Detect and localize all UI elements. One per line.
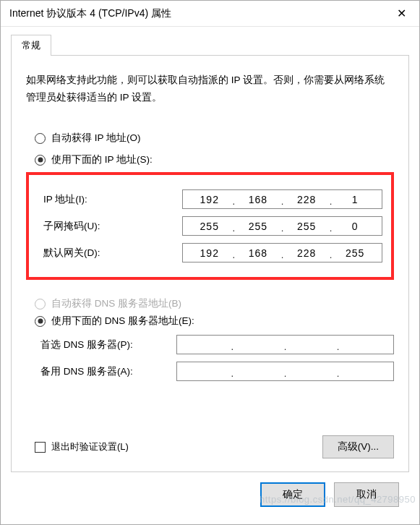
radio-auto-dns-label: 自动获得 DNS 服务器地址(B) [51,297,181,310]
field-row-subnet: 子网掩码(U): 255. 255. 255. 0 [38,216,382,236]
radio-auto-ip[interactable] [35,133,46,144]
radio-auto-dns-row: 自动获得 DNS 服务器地址(B) [35,297,394,310]
ip-octet[interactable]: 0 [333,221,377,232]
ip-highlight-box: IP 地址(I): 192. 168. 228. 1 子网掩码(U): 255.… [26,172,394,280]
dot-icon: . [329,223,333,234]
dot-icon: . [329,196,333,207]
close-button[interactable]: ✕ [385,1,418,27]
dot-icon: . [280,196,285,207]
cancel-button[interactable]: 取消 [334,482,399,507]
field-row-ip: IP 地址(I): 192. 168. 228. 1 [38,189,382,209]
radio-manual-ip[interactable] [35,155,46,166]
subnet-label: 子网掩码(U): [38,220,176,233]
validate-checkbox-label: 退出时验证设置(L) [51,440,129,453]
ip-octet[interactable]: 192 [187,194,232,205]
radio-manual-ip-row[interactable]: 使用下面的 IP 地址(S): [35,153,394,166]
dot-icon: . [231,368,235,379]
ip-octet[interactable]: 255 [187,221,232,232]
advanced-button[interactable]: 高级(V)... [322,435,394,458]
advanced-button-label: 高级(V)... [338,441,379,452]
preferred-dns-input[interactable]: . . . [176,335,394,354]
ip-octet[interactable]: 228 [284,194,329,205]
ip-octet[interactable]: 1 [333,194,377,205]
ok-button-label: 确定 [283,489,303,500]
tab-panel: 如果网络支持此功能，则可以获取自动指派的 IP 设置。否则，你需要从网络系统管理… [11,55,409,472]
subnet-input[interactable]: 255. 255. 255. 0 [182,216,382,236]
description-text: 如果网络支持此功能，则可以获取自动指派的 IP 设置。否则，你需要从网络系统管理… [26,72,394,106]
ip-octet[interactable]: 255 [333,247,377,259]
radio-manual-dns-row[interactable]: 使用下面的 DNS 服务器地址(E): [35,315,394,328]
dialog-window: Internet 协议版本 4 (TCP/IPv4) 属性 ✕ 常规 如果网络支… [0,0,420,525]
radio-auto-ip-row[interactable]: 自动获得 IP 地址(O) [35,132,394,145]
radio-manual-dns[interactable] [35,316,46,327]
radio-auto-ip-label: 自动获得 IP 地址(O) [51,132,141,145]
cancel-button-label: 取消 [356,489,377,500]
ip-octet[interactable]: 255 [284,221,329,232]
dot-icon: . [329,249,333,260]
tab-header: 常规 [11,34,409,55]
ip-octet[interactable]: 168 [236,247,280,259]
gateway-label: 默认网关(D): [38,247,176,260]
dot-icon: . [280,249,285,260]
footer-buttons: 确定 取消 [11,472,409,516]
dns-fields: 首选 DNS 服务器(P): . . . 备用 DNS 服务器(A): . . [26,335,394,381]
radio-manual-ip-label: 使用下面的 IP 地址(S): [51,153,153,166]
radio-auto-dns [35,299,46,310]
alternate-dns-label: 备用 DNS 服务器(A): [26,365,171,378]
close-icon: ✕ [397,7,406,20]
body-area: 常规 如果网络支持此功能，则可以获取自动指派的 IP 设置。否则，你需要从网络系… [1,27,419,524]
dot-icon: . [283,341,288,352]
bottom-row: 退出时验证设置(L) 高级(V)... [26,414,394,458]
ip-octet[interactable]: 168 [236,194,280,205]
ip-address-input[interactable]: 192. 168. 228. 1 [182,189,382,209]
validate-checkbox-wrap[interactable]: 退出时验证设置(L) [35,440,129,453]
ip-octet[interactable]: 228 [284,247,329,259]
ok-button[interactable]: 确定 [260,482,325,507]
dot-icon: . [232,223,236,234]
gateway-input[interactable]: 192. 168. 228. 255 [182,243,382,262]
dot-icon: . [336,368,340,379]
ip-octet[interactable]: 255 [236,221,280,232]
dot-icon: . [336,341,340,352]
tab-label: 常规 [22,40,40,51]
titlebar: Internet 协议版本 4 (TCP/IPv4) 属性 ✕ [1,1,419,27]
dot-icon: . [231,341,235,352]
validate-checkbox[interactable] [35,442,46,453]
field-row-alternate-dns: 备用 DNS 服务器(A): . . . [26,362,394,381]
ip-address-label: IP 地址(I): [38,193,176,206]
window-title: Internet 协议版本 4 (TCP/IPv4) 属性 [9,7,171,20]
ip-octet[interactable]: 192 [187,247,232,259]
field-row-preferred-dns: 首选 DNS 服务器(P): . . . [26,335,394,354]
dot-icon: . [283,368,288,379]
field-row-gateway: 默认网关(D): 192. 168. 228. 255 [38,243,382,262]
dns-section: 自动获得 DNS 服务器地址(B) 使用下面的 DNS 服务器地址(E): 首选… [26,293,394,390]
radio-manual-dns-label: 使用下面的 DNS 服务器地址(E): [51,315,194,328]
preferred-dns-label: 首选 DNS 服务器(P): [26,338,171,351]
dot-icon: . [232,249,236,260]
alternate-dns-input[interactable]: . . . [176,362,394,381]
dot-icon: . [280,223,285,234]
tab-general[interactable]: 常规 [11,35,51,56]
dot-icon: . [232,196,236,207]
